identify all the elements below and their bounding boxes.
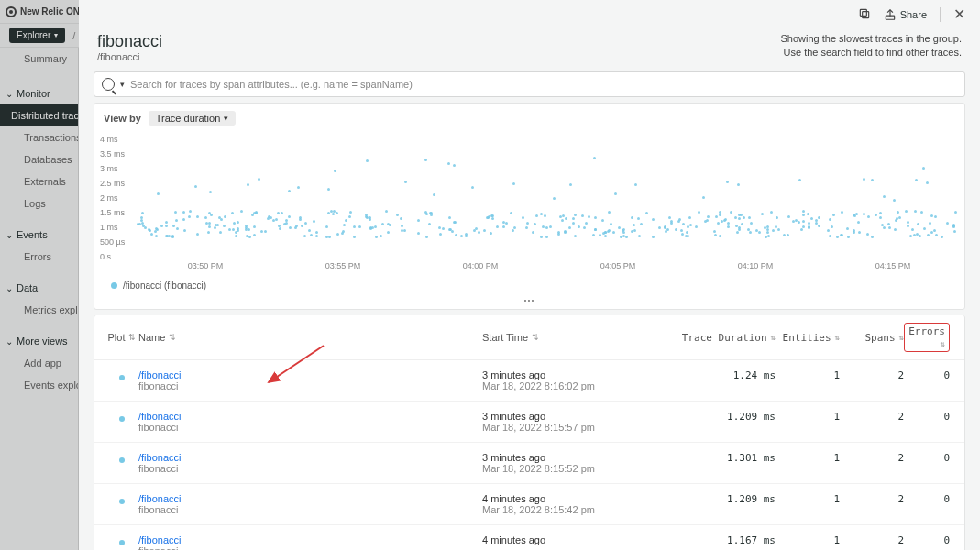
brand-logo-icon bbox=[6, 6, 17, 17]
share-button[interactable]: Share bbox=[884, 8, 927, 21]
explorer-dropdown[interactable]: Explorer▾ bbox=[9, 28, 65, 43]
y-tick-label: 2 ms bbox=[100, 193, 118, 203]
sidebar-section-events[interactable]: ⌄Events bbox=[0, 224, 78, 246]
plot-cell bbox=[105, 452, 138, 463]
sidebar-item-logs[interactable]: Logs bbox=[0, 192, 78, 214]
chevron-down-icon: ▾ bbox=[224, 114, 228, 123]
col-entities[interactable]: Entities⇅ bbox=[776, 323, 840, 352]
duration-cell: 1.209 ms bbox=[656, 411, 776, 423]
scatter-chart[interactable]: 4 ms3.5 ms3 ms2.5 ms2 ms1.5 ms1 ms500 µs… bbox=[94, 134, 964, 294]
chevron-down-icon: ⌄ bbox=[6, 336, 13, 346]
svg-rect-2 bbox=[886, 16, 894, 19]
sidebar-item-add-app[interactable]: Add app bbox=[0, 352, 78, 374]
spans-cell: 2 bbox=[840, 411, 904, 423]
chevron-down-icon: ⌄ bbox=[6, 230, 13, 240]
viewby-label: View by bbox=[104, 113, 141, 124]
name-cell: /fibonaccifibonacci bbox=[138, 534, 482, 550]
col-trace-duration[interactable]: Trace Duration⇅ bbox=[656, 323, 776, 352]
spans-cell: 2 bbox=[840, 493, 904, 505]
starttime-cell: 3 minutes agoMar 18, 2022 8:15:52 pm bbox=[482, 452, 656, 474]
y-tick-label: 4 ms bbox=[100, 135, 118, 144]
sidebar-item-databases[interactable]: Databases bbox=[0, 148, 78, 170]
page-title: fibonacci bbox=[97, 32, 162, 51]
sidebar-item-metrics-explorer[interactable]: Metrics explorer bbox=[0, 299, 78, 321]
errors-cell: 0 bbox=[904, 369, 953, 381]
starttime-cell: 4 minutes agoMar 18, 2022 8:15:42 pm bbox=[482, 493, 656, 515]
name-cell: /fibonaccifibonacci bbox=[138, 452, 482, 474]
col-plot[interactable]: Plot⇅ bbox=[105, 323, 138, 352]
x-tick-label: 03:50 PM bbox=[188, 261, 224, 270]
table-row[interactable]: /fibonaccifibonacci3 minutes agoMar 18, … bbox=[94, 443, 964, 484]
chevron-down-icon: ⌄ bbox=[6, 283, 13, 293]
y-tick-label: 0 s bbox=[100, 252, 111, 261]
plot-dot-icon bbox=[119, 457, 125, 463]
main-panel: Share ✕ fibonacci /fibonacci Showing the… bbox=[79, 0, 980, 550]
plot-dot-icon bbox=[119, 416, 125, 422]
sidebar-section-monitor[interactable]: ⌄Monitor bbox=[0, 82, 78, 104]
breadcrumb-separator: / bbox=[72, 30, 75, 41]
y-tick-label: 1.5 ms bbox=[100, 208, 125, 217]
errors-cell: 0 bbox=[904, 452, 953, 464]
sidebar: Summary ⌄Monitor Distributed tracing Tra… bbox=[0, 48, 79, 550]
svg-rect-0 bbox=[862, 11, 868, 17]
starttime-cell: 3 minutes agoMar 18, 2022 8:15:57 pm bbox=[482, 411, 656, 433]
chevron-down-icon[interactable]: ▾ bbox=[120, 80, 125, 89]
sort-icon: ⇅ bbox=[941, 339, 945, 348]
chevron-down-icon: ⌄ bbox=[6, 89, 13, 99]
x-tick-label: 04:00 PM bbox=[463, 261, 499, 270]
starttime-cell: 3 minutes agoMar 18, 2022 8:16:02 pm bbox=[482, 369, 656, 391]
col-name[interactable]: Name⇅ bbox=[138, 323, 482, 352]
errors-cell: 0 bbox=[904, 493, 953, 505]
search-icon bbox=[102, 78, 115, 91]
errors-cell: 0 bbox=[904, 411, 953, 423]
y-tick-label: 2.5 ms bbox=[100, 179, 125, 188]
spans-cell: 2 bbox=[840, 452, 904, 464]
sidebar-item-distributed-tracing[interactable]: Distributed tracing bbox=[0, 104, 78, 126]
search-input[interactable] bbox=[130, 79, 957, 90]
plot-cell bbox=[105, 411, 138, 422]
divider bbox=[940, 7, 941, 22]
sort-icon: ⇅ bbox=[169, 333, 176, 342]
sidebar-section-more-views[interactable]: ⌄More views bbox=[0, 330, 78, 352]
viewby-dropdown[interactable]: Trace duration▾ bbox=[149, 111, 237, 126]
table-row[interactable]: /fibonaccifibonacci3 minutes agoMar 18, … bbox=[94, 360, 964, 402]
name-cell: /fibonaccifibonacci bbox=[138, 369, 482, 391]
sidebar-section-data[interactable]: ⌄Data bbox=[0, 277, 78, 299]
sidebar-item-summary[interactable]: Summary bbox=[0, 48, 78, 70]
close-icon[interactable]: ✕ bbox=[953, 6, 965, 23]
table-row[interactable]: /fibonaccifibonacci4 minutes ago1.167 ms… bbox=[94, 525, 964, 550]
sidebar-item-events-explorer[interactable]: Events explorer bbox=[0, 374, 78, 396]
copy-link-icon[interactable] bbox=[858, 7, 871, 22]
table-row[interactable]: /fibonaccifibonacci3 minutes agoMar 18, … bbox=[94, 402, 964, 443]
y-tick-label: 500 µs bbox=[100, 237, 125, 247]
duration-cell: 1.209 ms bbox=[656, 493, 776, 505]
svg-rect-1 bbox=[860, 9, 866, 16]
x-tick-label: 04:15 PM bbox=[875, 261, 911, 270]
sidebar-item-externals[interactable]: Externals bbox=[0, 170, 78, 192]
errors-cell: 0 bbox=[904, 534, 953, 546]
x-tick-label: 04:05 PM bbox=[600, 261, 636, 270]
plot-dot-icon bbox=[119, 375, 125, 380]
traces-table: Plot⇅ Name⇅ Start Time⇅ Trace Duration⇅ … bbox=[94, 315, 965, 550]
x-tick-label: 03:55 PM bbox=[325, 261, 361, 270]
sort-icon: ⇅ bbox=[128, 333, 136, 342]
sidebar-item-transactions[interactable]: Transactions bbox=[0, 126, 78, 148]
col-start-time[interactable]: Start Time⇅ bbox=[482, 323, 656, 352]
trace-search[interactable]: ▾ bbox=[94, 72, 965, 97]
y-tick-label: 3.5 ms bbox=[100, 149, 125, 159]
col-spans[interactable]: Spans⇅ bbox=[840, 323, 904, 352]
chevron-down-icon: ▾ bbox=[54, 31, 58, 39]
table-row[interactable]: /fibonaccifibonacci4 minutes agoMar 18, … bbox=[94, 484, 964, 525]
entities-cell: 1 bbox=[776, 369, 840, 381]
col-errors[interactable]: Errors ⇅ bbox=[904, 323, 953, 352]
name-cell: /fibonaccifibonacci bbox=[138, 493, 482, 515]
entities-cell: 1 bbox=[776, 534, 840, 546]
sidebar-item-errors[interactable]: Errors bbox=[0, 246, 78, 268]
spans-cell: 2 bbox=[840, 369, 904, 381]
resize-handle-icon[interactable]: ⋯ bbox=[94, 294, 964, 309]
duration-cell: 1.301 ms bbox=[656, 452, 776, 464]
duration-cell: 1.167 ms bbox=[656, 534, 776, 546]
plot-dot-icon bbox=[119, 499, 125, 504]
x-tick-label: 04:10 PM bbox=[738, 261, 774, 270]
entities-cell: 1 bbox=[776, 493, 840, 505]
